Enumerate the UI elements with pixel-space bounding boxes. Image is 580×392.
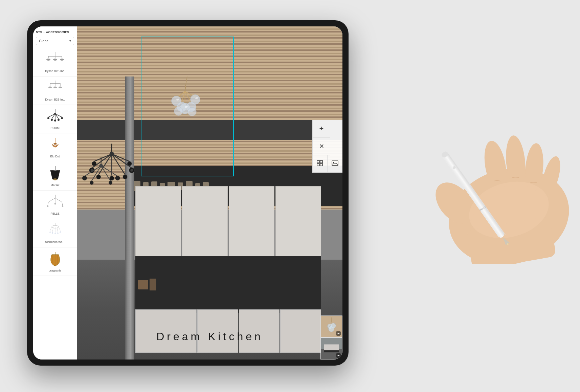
- svg-rect-126: [442, 152, 505, 239]
- list-item[interactable]: PELLE: [33, 191, 77, 219]
- svg-line-80: [101, 166, 111, 181]
- sidebar-list: Dyson B2B Inc.: [33, 48, 77, 360]
- item-image: [43, 166, 67, 182]
- svg-rect-116: [324, 350, 339, 352]
- svg-marker-49: [52, 232, 53, 234]
- svg-point-25: [51, 119, 53, 121]
- svg-line-37: [62, 202, 63, 205]
- ipad-screen: NTS + ACCESSORIES Clear ▾: [33, 26, 342, 360]
- thumbnail-item[interactable]: 👁: [320, 315, 342, 337]
- item-vendor: Niermann We...: [45, 240, 65, 244]
- cabinet-unit: [182, 186, 228, 259]
- svg-point-26: [58, 119, 60, 121]
- svg-point-24: [61, 117, 63, 119]
- thumbnail-item[interactable]: 👁: [320, 337, 342, 360]
- counter-item: [150, 279, 156, 290]
- item-image: [43, 251, 67, 268]
- svg-rect-125: [442, 152, 505, 239]
- svg-point-124: [463, 173, 555, 247]
- svg-point-69: [123, 175, 127, 179]
- svg-point-31: [53, 178, 57, 180]
- thumbnail-overlay-2: 👁: [336, 353, 341, 358]
- list-item[interactable]: Marset: [33, 162, 77, 191]
- svg-point-117: [438, 155, 580, 264]
- view-toggle-group: [313, 155, 342, 172]
- item-image: [43, 222, 67, 239]
- svg-line-86: [185, 85, 186, 91]
- list-item[interactable]: Dyson B2B Inc.: [33, 77, 77, 105]
- item-vendor: Blu Dot: [50, 155, 60, 158]
- cabinet-unit: [275, 186, 321, 259]
- list-item[interactable]: ROOM: [33, 105, 77, 133]
- svg-point-121: [523, 143, 545, 193]
- svg-rect-103: [320, 160, 322, 163]
- svg-point-38: [47, 205, 48, 207]
- svg-marker-48: [49, 231, 51, 233]
- sidebar-header: NTS + ACCESSORIES Clear ▾: [33, 26, 77, 48]
- scene-wrapper: NTS + ACCESSORIES Clear ▾: [0, 0, 580, 392]
- scene-title: Dream Kitchen: [77, 330, 342, 343]
- svg-marker-127: [501, 236, 509, 245]
- svg-point-112: [328, 326, 334, 332]
- list-item[interactable]: Blu Dot: [33, 133, 77, 162]
- upper-cabinet-area: [135, 186, 321, 259]
- svg-rect-115: [324, 344, 339, 350]
- svg-point-40: [54, 203, 56, 204]
- item-vendor: Marset: [51, 183, 60, 187]
- svg-line-78: [101, 166, 118, 176]
- svg-text:Pencil: Pencil: [479, 205, 487, 212]
- cabinet-unit: [135, 186, 181, 259]
- svg-point-27: [54, 119, 56, 122]
- plus-icon: +: [319, 124, 324, 133]
- item-vendor: graypants: [49, 269, 61, 272]
- image-view-button[interactable]: [328, 155, 342, 172]
- list-item[interactable]: graypants: [33, 247, 77, 276]
- svg-point-82: [115, 176, 120, 180]
- svg-line-33: [48, 198, 55, 202]
- svg-rect-129: [441, 151, 449, 159]
- svg-rect-104: [317, 164, 319, 166]
- cabinet-unit: [229, 186, 274, 259]
- filter-clear-label: Clear: [39, 39, 69, 43]
- thumbnail-strip: 👁 👁: [320, 315, 342, 360]
- sidebar-title: NTS + ACCESSORIES: [36, 30, 74, 34]
- svg-line-77: [85, 166, 101, 176]
- list-item[interactable]: Dyson B2B Inc.: [33, 48, 77, 77]
- svg-point-15: [59, 87, 62, 88]
- svg-marker-128: [506, 242, 509, 245]
- svg-marker-50: [54, 232, 56, 234]
- filter-bar[interactable]: Clear ▾: [36, 37, 74, 45]
- add-button[interactable]: +: [313, 120, 330, 138]
- item-vendor: PELLE: [50, 212, 59, 215]
- svg-line-79: [92, 166, 101, 181]
- item-vendor: ROOM: [50, 126, 59, 130]
- close-icon: ✕: [319, 143, 324, 150]
- svg-marker-51: [57, 232, 59, 234]
- svg-point-23: [47, 117, 49, 119]
- svg-point-72: [127, 161, 132, 166]
- svg-point-29: [53, 143, 57, 145]
- svg-point-84: [109, 181, 112, 185]
- svg-point-39: [62, 205, 63, 207]
- decorative-lights: [80, 143, 122, 210]
- svg-point-120: [504, 135, 528, 190]
- svg-line-132: [447, 152, 506, 235]
- remove-button[interactable]: ✕: [313, 138, 330, 155]
- svg-line-131: [461, 171, 476, 194]
- pillar: [125, 77, 134, 360]
- chandelier-selected: [141, 37, 233, 176]
- hand-pencil-illustration: Pencil: [384, 95, 580, 264]
- svg-point-14: [53, 87, 57, 88]
- svg-rect-105: [320, 164, 322, 166]
- svg-point-97: [174, 107, 183, 116]
- item-image: [43, 108, 67, 125]
- svg-point-13: [48, 87, 52, 88]
- svg-line-43: [50, 227, 52, 231]
- svg-marker-52: [60, 231, 61, 233]
- grid-view-button[interactable]: [313, 155, 328, 172]
- svg-point-98: [188, 107, 197, 116]
- list-item[interactable]: Niermann We...: [33, 219, 77, 247]
- eye-icon-2: 👁: [337, 354, 340, 357]
- svg-line-36: [48, 202, 48, 205]
- item-image: [43, 80, 67, 97]
